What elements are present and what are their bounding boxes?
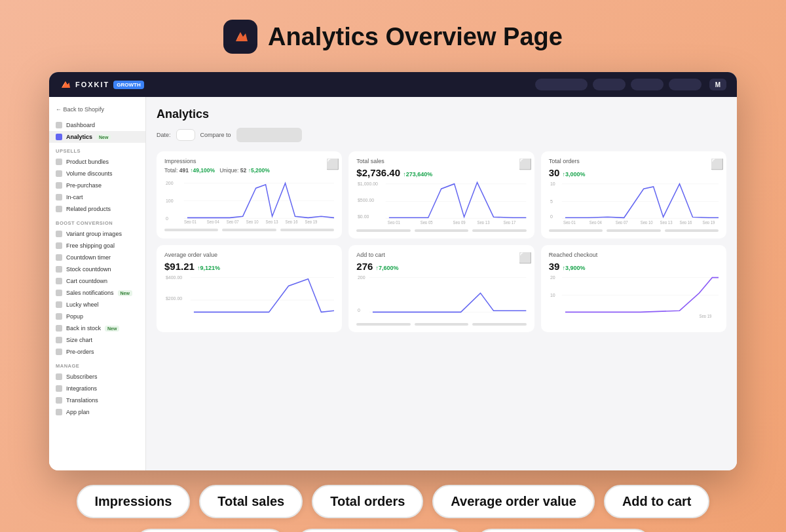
sidebar-item-subscribers[interactable]: Subscribers (49, 371, 145, 383)
sidebar-item-countdown-timer[interactable]: Countdown timer (49, 252, 145, 263)
reached-checkout-title: Reached checkout (549, 252, 719, 258)
growth-badge: GROWTH (113, 81, 143, 89)
sidebar-item-volume-discounts[interactable]: Volume discounts (49, 168, 145, 180)
date-label: Date: (157, 132, 171, 138)
sidebar-item-related-products[interactable]: Related products (49, 203, 145, 215)
pill-impression-by-device[interactable]: Impression by device (295, 529, 465, 532)
sidebar-item-size-chart[interactable]: Size chart (49, 334, 145, 346)
subscribers-icon (56, 373, 62, 380)
svg-text:$400.00: $400.00 (166, 275, 182, 280)
sidebar-item-pre-purchase[interactable]: Pre-purchase (49, 180, 145, 191)
add-to-cart-scroll (356, 323, 526, 326)
sidebar-item-product-bundles[interactable]: Product bundles (49, 156, 145, 168)
avatar-button[interactable]: M (709, 79, 726, 90)
svg-text:0: 0 (166, 215, 168, 221)
titlebar-pills (535, 79, 702, 90)
total-sales-chart-scroll (356, 229, 526, 232)
svg-text:Sep 19: Sep 19 (702, 220, 715, 224)
sidebar-item-analytics[interactable]: Analytics New (49, 131, 145, 143)
pre-purchase-icon (56, 182, 62, 189)
svg-text:200: 200 (166, 180, 174, 186)
pill-total-orders[interactable]: Total orders (312, 485, 423, 518)
app-logo (223, 20, 257, 54)
manage-section: MANAGE (49, 358, 145, 371)
avg-order-value-title: Average order value (164, 252, 334, 258)
pill-total-sales[interactable]: Total sales (199, 485, 303, 518)
sidebar-item-app-plan[interactable]: App plan (49, 406, 145, 418)
sidebar-item-dashboard[interactable]: Dashboard (49, 119, 145, 131)
titlebar: FOXKIT GROWTH M (49, 72, 737, 97)
total-sales-chart: $1,000.00 $500.00 $0.00 Sep 01 Sep 05 Se… (356, 178, 526, 224)
filters-row: Date: Compare to (157, 128, 726, 142)
back-to-shopify[interactable]: ← Dashboard Back to Shopify (49, 104, 145, 115)
sidebar-item-free-shipping-goal[interactable]: Free shipping goal (49, 240, 145, 252)
upsells-section: UPSELLS (49, 143, 145, 156)
sidebar-item-sales-notifications[interactable]: Sales notifications New (49, 287, 145, 299)
svg-text:Sep 16: Sep 16 (679, 220, 692, 224)
sidebar-item-lucky-wheel[interactable]: Lucky wheel (49, 299, 145, 311)
stock-countdown-icon (56, 266, 62, 273)
dashboard-label: Dashboard (66, 122, 95, 128)
copy-icon-5[interactable]: ⬜ (519, 252, 528, 261)
total-orders-chart-scroll (549, 229, 719, 232)
svg-text:Sep 10: Sep 10 (640, 220, 652, 224)
date-filter[interactable] (176, 129, 195, 141)
svg-text:Sep 01: Sep 01 (388, 220, 400, 224)
pill-impressions[interactable]: Impressions (77, 485, 191, 518)
sidebar-item-variant-group-images[interactable]: Variant group images (49, 228, 145, 240)
svg-text:10: 10 (550, 292, 555, 297)
total-sales-title: Total sales (356, 158, 526, 164)
svg-text:Sep 19: Sep 19 (699, 314, 711, 318)
sidebar-item-in-cart[interactable]: In-cart (49, 191, 145, 203)
add-to-cart-value: 276 ↑7,600% (356, 261, 526, 272)
svg-text:100: 100 (166, 197, 174, 203)
titlebar-pill-1 (535, 79, 588, 90)
total-orders-chart: 10 5 0 Sep 01 Sep 04 Sep 07 Sep 10 Sep 1… (549, 178, 719, 224)
sidebar-item-translations[interactable]: Translations (49, 394, 145, 406)
pills-row-1: Impressions Total sales Total orders Ave… (77, 485, 710, 518)
cards-grid: Impressions Total: 491 ↑49,100% Unique: … (157, 151, 726, 332)
integrations-icon (56, 385, 62, 392)
sidebar-item-cart-countdown[interactable]: Cart countdown (49, 275, 145, 287)
analytics-icon (56, 134, 62, 140)
countdown-timer-icon (56, 254, 62, 261)
card-total-sales: Total sales $2,736.40 ↑273,640% $1,000.0… (348, 151, 534, 238)
home-icon (56, 122, 62, 128)
pre-orders-icon (56, 349, 62, 355)
copy-icon-3[interactable]: ⬜ (711, 158, 720, 167)
svg-text:0: 0 (358, 307, 360, 313)
pill-impression-by-country[interactable]: Impression by country (475, 529, 652, 532)
pill-reached-checkout[interactable]: Reached checkout (134, 529, 287, 532)
impressions-chart: 200 100 0 Sep 01 Sep 04 Sep 07 Sep 10 Se… (164, 178, 334, 223)
app-body: ← Dashboard Back to Shopify Dashboard An… (49, 97, 737, 470)
size-chart-icon (56, 337, 62, 343)
sidebar-item-back-in-stock[interactable]: Back in stock New (49, 322, 145, 334)
copy-icon-2[interactable]: ⬜ (519, 158, 528, 167)
sidebar-item-stock-countdown[interactable]: Stock countdown (49, 263, 145, 275)
copy-icon[interactable]: ⬜ (326, 158, 335, 167)
pill-avg-order-value[interactable]: Average order value (432, 485, 595, 518)
page-header: Analytics Overview Page (223, 20, 563, 54)
svg-text:0: 0 (550, 214, 553, 219)
sidebar-item-popup[interactable]: Popup (49, 311, 145, 322)
sales-notifications-icon (56, 290, 62, 296)
add-to-cart-chart: 200 0 (356, 272, 526, 318)
sidebar-item-integrations[interactable]: Integrations (49, 383, 145, 394)
svg-text:$200.00: $200.00 (166, 295, 182, 301)
titlebar-pill-2 (593, 79, 626, 90)
svg-text:20: 20 (550, 275, 555, 280)
svg-text:$1,000.00: $1,000.00 (358, 181, 378, 187)
svg-text:Sep 04: Sep 04 (207, 219, 219, 223)
new-badge: New (96, 134, 111, 140)
pill-add-to-cart[interactable]: Add to cart (604, 485, 710, 518)
svg-text:Sep 19: Sep 19 (305, 219, 317, 223)
impressions-title: Impressions (164, 158, 334, 164)
main-content: Analytics Date: Compare to Impressions T… (146, 97, 737, 470)
svg-text:Sep 13: Sep 13 (266, 219, 278, 223)
svg-text:Sep 04: Sep 04 (589, 220, 601, 224)
sidebar-item-pre-orders[interactable]: Pre-orders (49, 346, 145, 358)
compare-input[interactable] (236, 128, 302, 142)
svg-text:Sep 10: Sep 10 (246, 219, 259, 223)
svg-text:Sep 07: Sep 07 (615, 220, 627, 224)
svg-text:Sep 05: Sep 05 (421, 220, 433, 224)
